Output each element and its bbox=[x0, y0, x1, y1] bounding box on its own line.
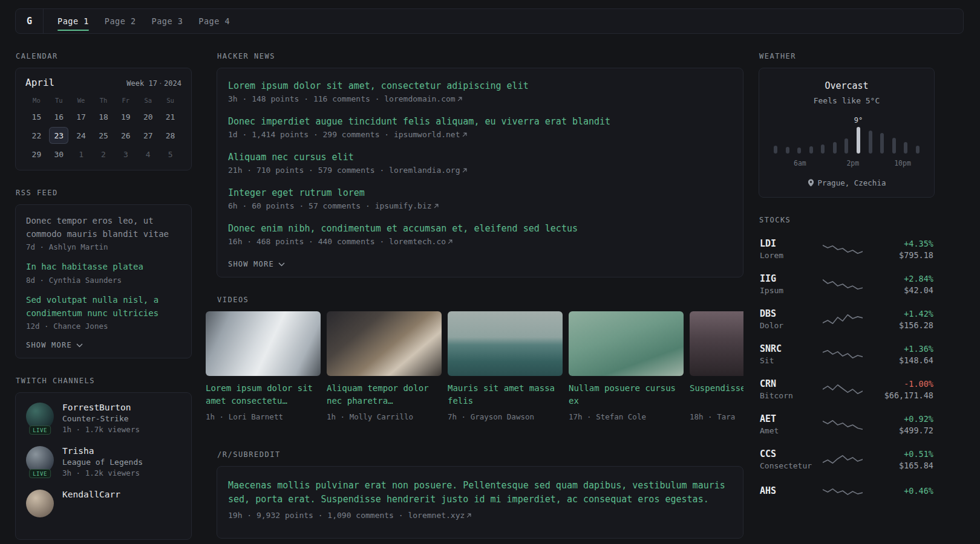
video-card[interactable]: Lorem ipsum dolor sit amet consectetu… 1… bbox=[206, 311, 321, 421]
subreddit-post-meta: 19h · 9,932 points · 1,090 comments · lo… bbox=[228, 511, 732, 520]
calendar-day-header: Tu bbox=[48, 93, 70, 106]
hn-item-link[interactable]: Integer eget rutrum lorem bbox=[228, 187, 732, 198]
calendar-section: CALENDAR April Week 17·2024 MoTuWeThFrSa… bbox=[15, 52, 192, 170]
tab-page-1[interactable]: Page 1 bbox=[50, 9, 97, 33]
hn-item-link[interactable]: Donec enim nibh, condimentum et accumsan… bbox=[228, 223, 732, 234]
subreddit-domain-link[interactable]: loremnet.xyz bbox=[408, 511, 472, 520]
hn-item: Aliquam nec cursus elit 21h · 710 points… bbox=[228, 152, 732, 175]
calendar-day-header: Th bbox=[93, 93, 115, 106]
section-title-videos: VIDEOS bbox=[217, 296, 743, 304]
hn-item-stats: 16h · 468 points · 440 comments · bbox=[228, 237, 389, 246]
subreddit-post-link[interactable]: Maecenas mollis pulvinar erat non posuer… bbox=[228, 479, 732, 507]
hn-item-stats: 6h · 60 points · 57 comments · bbox=[228, 201, 375, 210]
tab-page-4[interactable]: Page 4 bbox=[191, 9, 238, 33]
hn-item-link[interactable]: Lorem ipsum dolor sit amet, consectetur … bbox=[228, 80, 732, 91]
video-card[interactable]: Mauris sit amet massa felis 7h · Grayson… bbox=[448, 311, 563, 421]
rss-item-meta: 7d · Ashlyn Martin bbox=[26, 242, 181, 251]
hn-domain-label: loremtech.co bbox=[389, 237, 446, 246]
hn-item-meta: 16h · 468 points · 440 comments · loremt… bbox=[228, 237, 732, 246]
stocks-section: STOCKS LDILorem +4.35%$795.18 IIGIpsum +… bbox=[759, 216, 935, 506]
subreddit-widget: Maecenas mollis pulvinar erat non posuer… bbox=[217, 466, 743, 539]
calendar-day: 24 bbox=[71, 127, 91, 144]
hn-show-more-button[interactable]: SHOW MORE bbox=[228, 260, 285, 268]
stock-change: +4.35% bbox=[870, 239, 933, 248]
section-title-subreddit: /R/SUBREDDIT bbox=[217, 450, 743, 459]
calendar-day-header: We bbox=[70, 93, 93, 106]
weather-bar bbox=[797, 147, 801, 154]
main-column: HACKER NEWS Lorem ipsum dolor sit amet, … bbox=[217, 52, 743, 540]
stock-row: SNRCSit +1.36%$148.64 bbox=[759, 337, 935, 372]
external-link-icon bbox=[433, 203, 439, 209]
stock-price: $499.72 bbox=[870, 426, 933, 435]
weather-bar bbox=[786, 147, 789, 154]
hn-domain-link[interactable]: loremdomain.com bbox=[384, 94, 462, 103]
calendar-day: 4 bbox=[139, 146, 158, 163]
stock-change: +2.84% bbox=[870, 274, 933, 283]
hn-domain-link[interactable]: ipsumify.biz bbox=[375, 201, 439, 210]
video-card[interactable]: Suspendisse diam 18h · Tara bbox=[690, 311, 743, 421]
calendar-day: 21 bbox=[161, 108, 180, 125]
twitch-avatar bbox=[26, 490, 54, 517]
hn-domain-label: ipsumify.biz bbox=[375, 201, 432, 210]
videos-section: VIDEOS Lorem ipsum dolor sit amet consec… bbox=[217, 296, 743, 421]
stock-row: IIGIpsum +2.84%$42.04 bbox=[759, 267, 935, 302]
hn-item-link[interactable]: Aliquam nec cursus elit bbox=[228, 152, 732, 163]
stock-change: +1.36% bbox=[870, 344, 933, 354]
weather-bar bbox=[916, 146, 920, 154]
stock-price: $42.04 bbox=[870, 285, 933, 295]
twitch-channel[interactable]: LIVE ForrestBurton Counter-Strike 1h · 1… bbox=[26, 403, 181, 434]
stock-ticker: LDI bbox=[760, 238, 815, 249]
stock-sparkline bbox=[823, 241, 863, 257]
weather-bar bbox=[774, 146, 777, 154]
calendar-day: 25 bbox=[94, 127, 113, 144]
calendar-day: 27 bbox=[139, 127, 158, 144]
video-meta: 18h · Tara bbox=[690, 412, 743, 421]
location-pin-icon bbox=[808, 179, 814, 187]
calendar-day-header: Mo bbox=[25, 93, 48, 106]
hn-domain-link[interactable]: ipsumworld.net bbox=[394, 130, 468, 139]
twitch-channel[interactable]: KendallCarr bbox=[26, 490, 181, 517]
weather-widget: Overcast Feels like 5°C 9° 6am 2pm 10pm … bbox=[759, 68, 935, 198]
hn-item-link[interactable]: Donec imperdiet augue tincidunt felis al… bbox=[228, 116, 732, 127]
rss-item-meta: 8d · Cynthia Saunders bbox=[26, 276, 181, 285]
stock-name: Lorem bbox=[760, 251, 815, 260]
video-scroller[interactable]: Lorem ipsum dolor sit amet consectetu… 1… bbox=[206, 311, 743, 421]
video-card[interactable]: Aliquam tempor dolor nec pharetra… 1h · … bbox=[327, 311, 442, 421]
video-thumbnail bbox=[448, 311, 563, 376]
rss-show-more-button[interactable]: SHOW MORE bbox=[26, 341, 83, 349]
rss-item-link[interactable]: In hac habitasse platea bbox=[26, 261, 181, 274]
top-nav: G Page 1 Page 2 Page 3 Page 4 bbox=[15, 8, 964, 34]
hn-item-meta: 21h · 710 points · 579 comments · loreml… bbox=[228, 166, 732, 175]
external-link-icon bbox=[462, 167, 468, 173]
weather-time-labels: 6am 2pm 10pm bbox=[769, 159, 924, 169]
stock-change: -1.00% bbox=[870, 379, 933, 389]
weather-bar bbox=[844, 138, 848, 154]
twitch-channel[interactable]: LIVE Trisha League of Legends 3h · 1.2k … bbox=[26, 446, 181, 478]
app-logo[interactable]: G bbox=[16, 9, 44, 33]
dashboard-columns: CALENDAR April Week 17·2024 MoTuWeThFrSa… bbox=[15, 52, 980, 540]
calendar-day: 2 bbox=[94, 146, 113, 163]
stock-ticker: IIG bbox=[760, 273, 815, 284]
calendar-day-header: Sa bbox=[137, 93, 159, 106]
video-title: Aliquam tempor dolor nec pharetra… bbox=[327, 382, 442, 407]
video-thumbnail bbox=[206, 311, 321, 376]
hn-domain-label: ipsumworld.net bbox=[394, 130, 460, 139]
hn-domain-link[interactable]: loremtech.co bbox=[389, 237, 453, 246]
rss-widget: Donec tempor eros leo, ut commodo mauris… bbox=[15, 204, 192, 358]
subreddit-post-stats: 19h · 9,932 points · 1,090 comments · bbox=[228, 511, 408, 520]
video-thumbnail bbox=[327, 311, 442, 376]
video-card[interactable]: Nullam posuere cursus ex 17h · Stefan Co… bbox=[569, 311, 684, 421]
stock-row: LDILorem +4.35%$795.18 bbox=[759, 232, 935, 267]
subreddit-section: /R/SUBREDDIT Maecenas mollis pulvinar er… bbox=[217, 450, 743, 539]
video-title: Suspendisse diam bbox=[690, 382, 743, 407]
calendar-day: 16 bbox=[49, 108, 68, 125]
rss-item-link[interactable]: Sed volutpat nulla nisl, a condimentum n… bbox=[26, 294, 181, 320]
rss-item-link[interactable]: Donec tempor eros leo, ut commodo mauris… bbox=[26, 215, 181, 241]
hn-domain-link[interactable]: loremlandia.org bbox=[389, 166, 467, 175]
tab-page-2[interactable]: Page 2 bbox=[97, 9, 144, 33]
weather-time-label: 6am bbox=[794, 159, 806, 167]
calendar-day: 22 bbox=[27, 127, 46, 144]
tab-page-3[interactable]: Page 3 bbox=[144, 9, 191, 33]
external-link-icon bbox=[466, 513, 472, 519]
stock-row: AETAmet +0.92%$499.72 bbox=[759, 407, 935, 442]
